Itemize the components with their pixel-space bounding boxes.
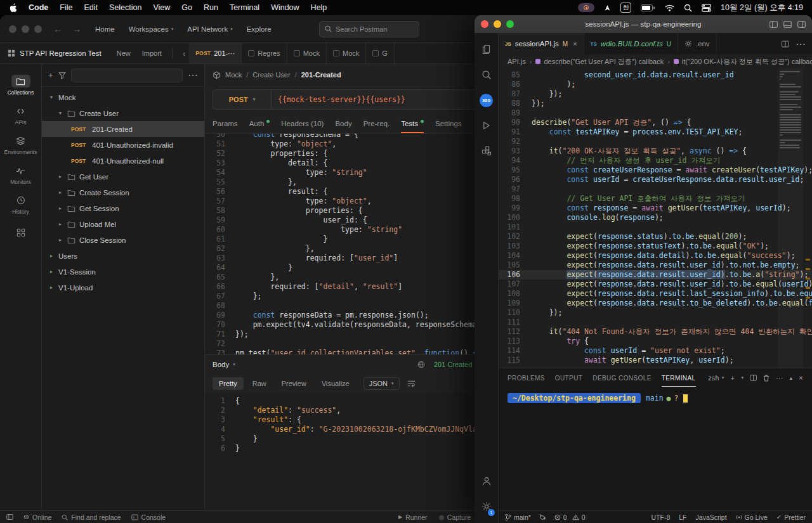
battery-icon[interactable] — [641, 4, 655, 11]
tab-pre-req[interactable]: Pre-req. — [363, 113, 390, 133]
close-panel-icon[interactable]: × — [799, 374, 803, 382]
capture-button[interactable]: ◎Capture — [439, 513, 471, 521]
close-icon[interactable]: × — [573, 40, 577, 48]
tree-item-v1-upload[interactable]: ▸V1-Upload — [42, 280, 204, 295]
wifi-icon[interactable] — [665, 4, 674, 11]
vscode-title-bar[interactable]: sessionAPI.js — stp-qa-engineering — [475, 15, 812, 33]
breadcrumb-item[interactable]: Create User — [252, 71, 290, 79]
tree-item-upload-mel[interactable]: ▸Upload Mel — [42, 216, 204, 232]
back-icon[interactable]: ← — [53, 24, 62, 34]
accounts-icon[interactable] — [475, 468, 498, 494]
connection-status[interactable]: Online — [23, 513, 51, 521]
tree-item-close-session[interactable]: ▸Close Session — [42, 232, 204, 248]
postman-search[interactable] — [319, 21, 419, 37]
menu-selection[interactable]: Selection — [109, 3, 141, 12]
search-icon[interactable] — [475, 62, 498, 87]
flows-icon[interactable] — [16, 228, 25, 237]
menu-terminal[interactable]: Terminal — [230, 3, 259, 12]
menu-app-name[interactable]: Code — [29, 3, 48, 12]
view-visualize[interactable]: Visualize — [315, 377, 356, 390]
editor-tab-wdio-build-conf-ts[interactable]: TSwdio.BUILD.conf.tsU — [584, 33, 678, 55]
panel-tab-problems[interactable]: PROBLEMS — [508, 370, 545, 387]
toggle-sidebar-icon[interactable] — [769, 21, 778, 28]
sidebar-item-collections[interactable]: Collections — [0, 70, 41, 100]
view-pretty[interactable]: Pretty — [213, 377, 244, 390]
request-tab-mock[interactable]: Mock — [327, 43, 366, 63]
breadcrumb-item[interactable]: it("200 OK-사용자 정보 획득 성공") callback — [674, 57, 812, 67]
request-tab-201[interactable]: POST201-⋯ — [189, 43, 242, 63]
extensions-icon[interactable] — [475, 138, 498, 164]
menu-help[interactable]: Help — [311, 3, 327, 12]
method-select[interactable]: POST ▾ — [213, 90, 272, 109]
problems-indicator[interactable]: 00 — [554, 513, 586, 521]
view-raw[interactable]: Raw — [246, 377, 273, 390]
sync-indicator[interactable] — [539, 513, 546, 520]
request-tab-regres[interactable]: Regres — [242, 43, 287, 63]
sidebar-search-input[interactable] — [71, 68, 183, 82]
menu-run[interactable]: Run — [204, 3, 218, 12]
panel-tab-terminal[interactable]: TERMINAL — [662, 370, 696, 387]
tree-item-users[interactable]: ▸Users — [42, 248, 204, 264]
chevron-down-icon[interactable]: ▾ — [741, 375, 743, 380]
tree-item-mock[interactable]: ▾Mock — [42, 89, 204, 105]
workspace-title[interactable]: STP API Regression Test — [20, 49, 102, 57]
tree-item-201-created[interactable]: POST201-Created — [42, 121, 204, 137]
screen-recording-icon[interactable] — [578, 3, 594, 12]
response-status[interactable]: 201 Created — [434, 361, 473, 368]
sidebar-options-icon[interactable]: ⋯ — [188, 69, 198, 81]
menu-view[interactable]: View — [153, 3, 170, 12]
view-preview[interactable]: Preview — [275, 377, 313, 390]
breadcrumb-item[interactable]: 201-Created — [301, 71, 341, 79]
tab-body[interactable]: Body — [335, 113, 351, 133]
sidebar-item-environments[interactable]: Environments — [0, 130, 41, 160]
terminal-profile-select[interactable]: zsh▾ — [708, 374, 724, 382]
new-terminal-icon[interactable]: + — [731, 374, 735, 382]
settings-gear-icon[interactable]: 1 — [475, 494, 498, 519]
forward-icon[interactable]: → — [72, 24, 81, 34]
nav-home[interactable]: Home — [95, 25, 115, 33]
kill-terminal-icon[interactable] — [763, 375, 769, 382]
menu-edit[interactable]: Edit — [84, 3, 98, 12]
control-center-icon[interactable] — [702, 4, 711, 12]
tab-headers-10[interactable]: Headers (10) — [281, 113, 324, 133]
input-source-icon[interactable]: 한 — [620, 3, 631, 13]
request-tab-mock[interactable]: Mock — [287, 43, 327, 63]
menu-clock[interactable]: 10월 2일 (월) 오후 4:19 — [721, 3, 803, 13]
editor-tab-sessionapi-js[interactable]: JSsessionAPI.jsM× — [499, 33, 584, 55]
wrap-lines-icon[interactable] — [407, 380, 416, 387]
encoding-indicator[interactable]: UTF-8 — [652, 513, 671, 521]
tree-item-get-session[interactable]: ▸Get Session — [42, 200, 204, 216]
sidebar-item-monitors[interactable]: Monitors — [0, 160, 41, 190]
runner-button[interactable]: ▶Runner — [398, 513, 428, 521]
response-body-section[interactable]: Body — [213, 361, 229, 368]
split-terminal-icon[interactable] — [750, 375, 757, 381]
find-replace-button[interactable]: Find and replace — [62, 513, 121, 521]
panel-tab-debug-console[interactable]: DEBUG CONSOLE — [593, 370, 651, 387]
breadcrumb-item[interactable]: Mock — [225, 71, 242, 79]
spotlight-search-icon[interactable] — [684, 4, 692, 12]
tab-auth[interactable]: Auth — [249, 113, 270, 133]
editor-tab-env[interactable]: .env — [678, 33, 717, 55]
sidebar-item-history[interactable]: History — [0, 190, 41, 219]
maximize-panel-icon[interactable]: ▴ — [790, 375, 792, 381]
import-button[interactable]: Import — [138, 48, 166, 59]
search-input[interactable] — [336, 25, 405, 33]
apple-menu-icon[interactable] — [9, 3, 17, 13]
tab-params[interactable]: Params — [213, 113, 238, 133]
tree-item-create-session[interactable]: ▸Create Session — [42, 184, 204, 200]
terminal[interactable]: ~/Desktop/stp-qa-engineering main●? — [499, 387, 812, 510]
panel-tab-output[interactable]: OUTPUT — [555, 370, 583, 387]
customize-layout-icon[interactable] — [797, 21, 806, 28]
sidebar-item-apis[interactable]: APIs — [0, 100, 41, 130]
run-debug-icon[interactable] — [475, 113, 498, 138]
nav-explore[interactable]: Explore — [247, 25, 272, 33]
nav-api-network[interactable]: API Network▾ — [187, 25, 232, 33]
tabs-scroll-left-icon[interactable]: ‹ — [179, 49, 189, 58]
git-branch-indicator[interactable]: main* — [505, 513, 531, 521]
tree-item-v1-session[interactable]: ▸V1-Session — [42, 264, 204, 280]
add-collection-icon[interactable]: + — [48, 70, 53, 80]
tree-item-401-unauthorized-invalid[interactable]: POST401-Unauthorized-invalid — [42, 137, 204, 153]
menu-go[interactable]: Go — [181, 3, 192, 12]
eol-indicator[interactable]: LF — [679, 513, 686, 521]
browser-preview-icon[interactable]: 360 — [475, 87, 498, 113]
